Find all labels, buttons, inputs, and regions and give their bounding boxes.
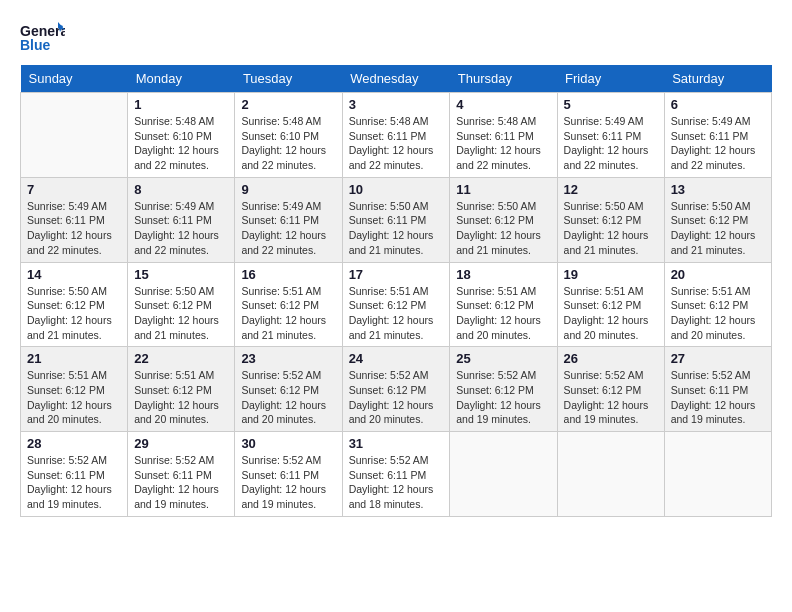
logo-icon: General Blue <box>20 20 65 55</box>
day-number: 8 <box>134 182 228 197</box>
day-number: 27 <box>671 351 765 366</box>
day-info: Sunrise: 5:51 AMSunset: 6:12 PMDaylight:… <box>27 368 121 427</box>
weekday-header-friday: Friday <box>557 65 664 93</box>
calendar-cell: 8Sunrise: 5:49 AMSunset: 6:11 PMDaylight… <box>128 177 235 262</box>
day-number: 15 <box>134 267 228 282</box>
calendar-cell: 14Sunrise: 5:50 AMSunset: 6:12 PMDayligh… <box>21 262 128 347</box>
day-info: Sunrise: 5:49 AMSunset: 6:11 PMDaylight:… <box>134 199 228 258</box>
day-info: Sunrise: 5:52 AMSunset: 6:12 PMDaylight:… <box>349 368 444 427</box>
day-number: 16 <box>241 267 335 282</box>
calendar-cell: 21Sunrise: 5:51 AMSunset: 6:12 PMDayligh… <box>21 347 128 432</box>
calendar-cell: 27Sunrise: 5:52 AMSunset: 6:11 PMDayligh… <box>664 347 771 432</box>
calendar-cell: 12Sunrise: 5:50 AMSunset: 6:12 PMDayligh… <box>557 177 664 262</box>
day-number: 5 <box>564 97 658 112</box>
day-number: 13 <box>671 182 765 197</box>
day-info: Sunrise: 5:51 AMSunset: 6:12 PMDaylight:… <box>241 284 335 343</box>
day-info: Sunrise: 5:52 AMSunset: 6:11 PMDaylight:… <box>27 453 121 512</box>
day-number: 26 <box>564 351 658 366</box>
calendar-cell: 24Sunrise: 5:52 AMSunset: 6:12 PMDayligh… <box>342 347 450 432</box>
day-info: Sunrise: 5:48 AMSunset: 6:10 PMDaylight:… <box>241 114 335 173</box>
day-info: Sunrise: 5:49 AMSunset: 6:11 PMDaylight:… <box>671 114 765 173</box>
day-number: 23 <box>241 351 335 366</box>
calendar-cell: 22Sunrise: 5:51 AMSunset: 6:12 PMDayligh… <box>128 347 235 432</box>
calendar-cell: 9Sunrise: 5:49 AMSunset: 6:11 PMDaylight… <box>235 177 342 262</box>
calendar-cell: 13Sunrise: 5:50 AMSunset: 6:12 PMDayligh… <box>664 177 771 262</box>
day-info: Sunrise: 5:50 AMSunset: 6:12 PMDaylight:… <box>134 284 228 343</box>
day-number: 19 <box>564 267 658 282</box>
day-number: 17 <box>349 267 444 282</box>
calendar-cell: 28Sunrise: 5:52 AMSunset: 6:11 PMDayligh… <box>21 432 128 517</box>
day-number: 1 <box>134 97 228 112</box>
calendar-cell: 30Sunrise: 5:52 AMSunset: 6:11 PMDayligh… <box>235 432 342 517</box>
day-number: 12 <box>564 182 658 197</box>
calendar-cell: 4Sunrise: 5:48 AMSunset: 6:11 PMDaylight… <box>450 93 557 178</box>
day-info: Sunrise: 5:52 AMSunset: 6:11 PMDaylight:… <box>241 453 335 512</box>
week-row-2: 7Sunrise: 5:49 AMSunset: 6:11 PMDaylight… <box>21 177 772 262</box>
day-number: 21 <box>27 351 121 366</box>
day-info: Sunrise: 5:51 AMSunset: 6:12 PMDaylight:… <box>134 368 228 427</box>
calendar-cell: 5Sunrise: 5:49 AMSunset: 6:11 PMDaylight… <box>557 93 664 178</box>
weekday-header-row: SundayMondayTuesdayWednesdayThursdayFrid… <box>21 65 772 93</box>
week-row-5: 28Sunrise: 5:52 AMSunset: 6:11 PMDayligh… <box>21 432 772 517</box>
day-info: Sunrise: 5:48 AMSunset: 6:11 PMDaylight:… <box>349 114 444 173</box>
day-number: 11 <box>456 182 550 197</box>
calendar-cell: 7Sunrise: 5:49 AMSunset: 6:11 PMDaylight… <box>21 177 128 262</box>
week-row-4: 21Sunrise: 5:51 AMSunset: 6:12 PMDayligh… <box>21 347 772 432</box>
weekday-header-monday: Monday <box>128 65 235 93</box>
day-number: 31 <box>349 436 444 451</box>
calendar-cell: 17Sunrise: 5:51 AMSunset: 6:12 PMDayligh… <box>342 262 450 347</box>
calendar-cell: 19Sunrise: 5:51 AMSunset: 6:12 PMDayligh… <box>557 262 664 347</box>
day-info: Sunrise: 5:49 AMSunset: 6:11 PMDaylight:… <box>241 199 335 258</box>
day-number: 18 <box>456 267 550 282</box>
day-number: 6 <box>671 97 765 112</box>
day-info: Sunrise: 5:52 AMSunset: 6:11 PMDaylight:… <box>671 368 765 427</box>
day-number: 10 <box>349 182 444 197</box>
weekday-header-wednesday: Wednesday <box>342 65 450 93</box>
day-number: 20 <box>671 267 765 282</box>
logo: General Blue <box>20 20 65 55</box>
calendar-cell: 25Sunrise: 5:52 AMSunset: 6:12 PMDayligh… <box>450 347 557 432</box>
calendar-cell: 23Sunrise: 5:52 AMSunset: 6:12 PMDayligh… <box>235 347 342 432</box>
day-info: Sunrise: 5:51 AMSunset: 6:12 PMDaylight:… <box>671 284 765 343</box>
day-number: 4 <box>456 97 550 112</box>
day-number: 3 <box>349 97 444 112</box>
calendar-cell: 31Sunrise: 5:52 AMSunset: 6:11 PMDayligh… <box>342 432 450 517</box>
calendar-cell: 3Sunrise: 5:48 AMSunset: 6:11 PMDaylight… <box>342 93 450 178</box>
day-info: Sunrise: 5:51 AMSunset: 6:12 PMDaylight:… <box>456 284 550 343</box>
day-info: Sunrise: 5:51 AMSunset: 6:12 PMDaylight:… <box>564 284 658 343</box>
calendar-cell: 29Sunrise: 5:52 AMSunset: 6:11 PMDayligh… <box>128 432 235 517</box>
day-number: 2 <box>241 97 335 112</box>
day-info: Sunrise: 5:52 AMSunset: 6:11 PMDaylight:… <box>349 453 444 512</box>
page-header: General Blue <box>20 20 772 55</box>
day-info: Sunrise: 5:52 AMSunset: 6:12 PMDaylight:… <box>564 368 658 427</box>
day-info: Sunrise: 5:48 AMSunset: 6:11 PMDaylight:… <box>456 114 550 173</box>
calendar-cell: 18Sunrise: 5:51 AMSunset: 6:12 PMDayligh… <box>450 262 557 347</box>
svg-text:Blue: Blue <box>20 37 51 53</box>
day-info: Sunrise: 5:50 AMSunset: 6:12 PMDaylight:… <box>564 199 658 258</box>
day-info: Sunrise: 5:52 AMSunset: 6:11 PMDaylight:… <box>134 453 228 512</box>
weekday-header-sunday: Sunday <box>21 65 128 93</box>
calendar-cell: 6Sunrise: 5:49 AMSunset: 6:11 PMDaylight… <box>664 93 771 178</box>
calendar-cell <box>664 432 771 517</box>
day-number: 7 <box>27 182 121 197</box>
day-number: 29 <box>134 436 228 451</box>
day-info: Sunrise: 5:49 AMSunset: 6:11 PMDaylight:… <box>564 114 658 173</box>
day-info: Sunrise: 5:50 AMSunset: 6:11 PMDaylight:… <box>349 199 444 258</box>
day-number: 28 <box>27 436 121 451</box>
day-number: 24 <box>349 351 444 366</box>
day-number: 25 <box>456 351 550 366</box>
calendar-cell: 1Sunrise: 5:48 AMSunset: 6:10 PMDaylight… <box>128 93 235 178</box>
calendar-cell <box>450 432 557 517</box>
calendar-cell <box>21 93 128 178</box>
day-info: Sunrise: 5:49 AMSunset: 6:11 PMDaylight:… <box>27 199 121 258</box>
calendar-cell: 20Sunrise: 5:51 AMSunset: 6:12 PMDayligh… <box>664 262 771 347</box>
week-row-1: 1Sunrise: 5:48 AMSunset: 6:10 PMDaylight… <box>21 93 772 178</box>
day-info: Sunrise: 5:52 AMSunset: 6:12 PMDaylight:… <box>241 368 335 427</box>
weekday-header-saturday: Saturday <box>664 65 771 93</box>
calendar-cell: 2Sunrise: 5:48 AMSunset: 6:10 PMDaylight… <box>235 93 342 178</box>
day-info: Sunrise: 5:50 AMSunset: 6:12 PMDaylight:… <box>671 199 765 258</box>
day-info: Sunrise: 5:51 AMSunset: 6:12 PMDaylight:… <box>349 284 444 343</box>
weekday-header-tuesday: Tuesday <box>235 65 342 93</box>
calendar-table: SundayMondayTuesdayWednesdayThursdayFrid… <box>20 65 772 517</box>
weekday-header-thursday: Thursday <box>450 65 557 93</box>
